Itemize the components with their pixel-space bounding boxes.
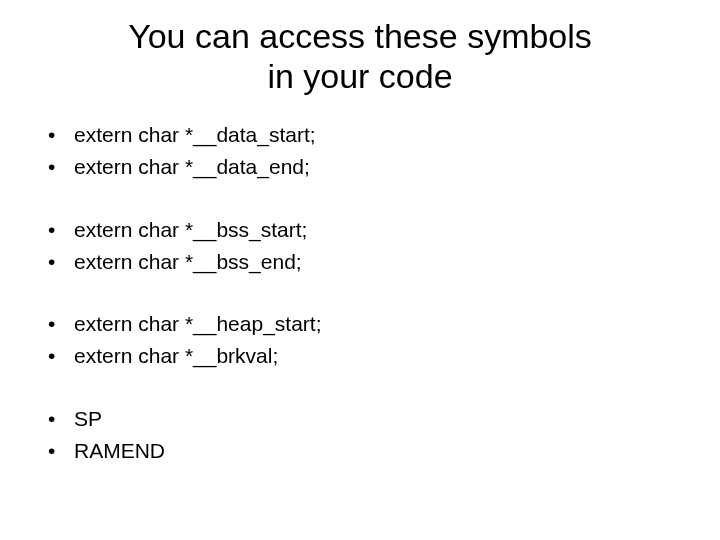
bullet-group: • extern char *__data_start; • extern ch… (48, 122, 672, 181)
list-item-text: extern char *__data_end; (74, 154, 672, 180)
bullet-icon: • (48, 217, 74, 243)
bullet-icon: • (48, 249, 74, 275)
bullet-icon: • (48, 343, 74, 369)
list-item-text: extern char *__data_start; (74, 122, 672, 148)
list-item-text: extern char *__bss_end; (74, 249, 672, 275)
bullet-icon: • (48, 122, 74, 148)
bullet-group: • extern char *__bss_start; • extern cha… (48, 217, 672, 276)
bullet-groups: • extern char *__data_start; • extern ch… (48, 122, 672, 464)
bullet-group: • extern char *__heap_start; • extern ch… (48, 311, 672, 370)
list-item: • extern char *__data_end; (48, 154, 672, 180)
list-item: • extern char *__brkval; (48, 343, 672, 369)
title-line-1: You can access these symbols (128, 17, 592, 55)
list-item-text: RAMEND (74, 438, 672, 464)
bullet-icon: • (48, 438, 74, 464)
bullet-group: • SP • RAMEND (48, 406, 672, 465)
slide-title: You can access these symbols in your cod… (48, 16, 672, 96)
bullet-icon: • (48, 311, 74, 337)
list-item: • extern char *__heap_start; (48, 311, 672, 337)
list-item-text: extern char *__brkval; (74, 343, 672, 369)
slide: You can access these symbols in your cod… (0, 0, 720, 540)
list-item: • extern char *__data_start; (48, 122, 672, 148)
list-item: • extern char *__bss_end; (48, 249, 672, 275)
bullet-icon: • (48, 406, 74, 432)
title-line-2: in your code (267, 57, 452, 95)
list-item: • SP (48, 406, 672, 432)
list-item: • extern char *__bss_start; (48, 217, 672, 243)
list-item-text: SP (74, 406, 672, 432)
list-item-text: extern char *__bss_start; (74, 217, 672, 243)
list-item: • RAMEND (48, 438, 672, 464)
list-item-text: extern char *__heap_start; (74, 311, 672, 337)
bullet-icon: • (48, 154, 74, 180)
